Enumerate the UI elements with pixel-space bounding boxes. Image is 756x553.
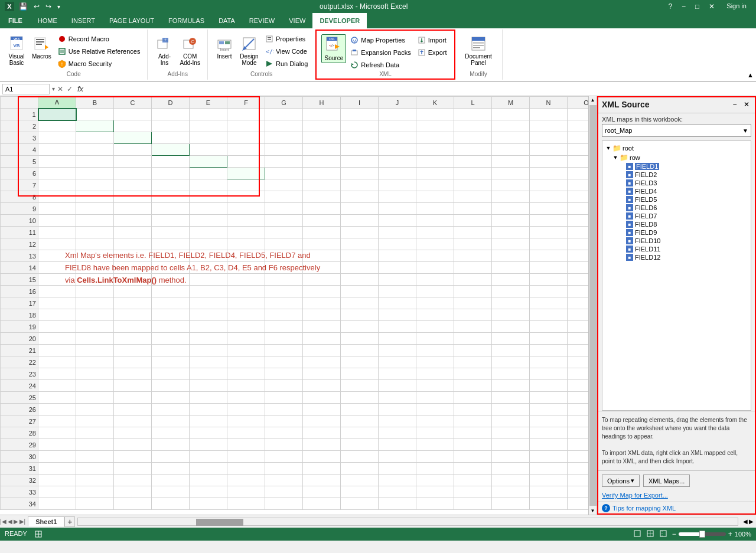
cell-A28[interactable] (38, 427, 76, 439)
cell-K33[interactable] (416, 486, 454, 498)
cell-K18[interactable] (416, 309, 454, 321)
cell-L25[interactable] (454, 392, 492, 404)
cell-N12[interactable] (530, 238, 568, 250)
cell-K5[interactable] (416, 156, 454, 168)
cell-O17[interactable] (568, 297, 589, 309)
view-layout-icon[interactable] (646, 529, 654, 539)
cell-E28[interactable] (190, 427, 227, 439)
cell-A20[interactable] (38, 333, 76, 345)
cell-H29[interactable] (303, 439, 341, 451)
cell-I27[interactable] (341, 415, 379, 427)
cell-K25[interactable] (416, 392, 454, 404)
cell-F2[interactable] (227, 120, 265, 132)
cell-J17[interactable] (379, 297, 416, 309)
cell-J29[interactable] (379, 439, 416, 451)
col-M[interactable]: M (492, 97, 530, 109)
zoom-slider[interactable] (679, 532, 726, 536)
cell-G5[interactable] (265, 156, 303, 168)
cell-N15[interactable] (530, 274, 568, 286)
scroll-down-btn[interactable]: ▼ (589, 507, 597, 515)
cell-G23[interactable] (265, 368, 303, 380)
cell-K31[interactable] (416, 463, 454, 475)
cell-C30[interactable] (114, 451, 152, 463)
spreadsheet-scroll[interactable]: A B C D E F G H I J K L M N O (0, 96, 588, 515)
cell-G20[interactable] (265, 333, 303, 345)
cell-O28[interactable] (568, 427, 589, 439)
cell-K7[interactable] (416, 179, 454, 191)
cell-G4[interactable] (265, 144, 303, 156)
cell-J22[interactable] (379, 356, 416, 368)
cell-G22[interactable] (265, 356, 303, 368)
cell-E27[interactable] (190, 415, 227, 427)
cell-G28[interactable] (265, 427, 303, 439)
cell-L6[interactable] (454, 168, 492, 179)
cell-I22[interactable] (341, 356, 379, 368)
cell-J23[interactable] (379, 368, 416, 380)
cell-L7[interactable] (454, 179, 492, 191)
cell-O33[interactable] (568, 486, 589, 498)
cell-N29[interactable] (530, 439, 568, 451)
cell-C9[interactable] (114, 203, 152, 215)
sign-in-btn[interactable]: Sign in (722, 2, 751, 11)
cell-N9[interactable] (530, 203, 568, 215)
cell-D8[interactable] (152, 191, 190, 203)
cell-C6[interactable] (114, 168, 152, 179)
cell-J31[interactable] (379, 463, 416, 475)
cell-K9[interactable] (416, 203, 454, 215)
cell-N30[interactable] (530, 451, 568, 463)
cell-B11[interactable] (76, 227, 114, 238)
cell-G34[interactable] (265, 498, 303, 510)
cell-K24[interactable] (416, 380, 454, 392)
cell-F5[interactable] (227, 156, 265, 168)
cell-D1[interactable] (152, 109, 190, 120)
cell-J20[interactable] (379, 333, 416, 345)
cell-K12[interactable] (416, 238, 454, 250)
cell-A25[interactable] (38, 392, 76, 404)
cell-E33[interactable] (190, 486, 227, 498)
cell-F3[interactable] (227, 132, 265, 144)
cell-G11[interactable] (265, 227, 303, 238)
cell-M22[interactable] (492, 356, 530, 368)
cell-C7[interactable] (114, 179, 152, 191)
cell-M21[interactable] (492, 345, 530, 356)
cell-A26[interactable] (38, 404, 76, 415)
cell-G8[interactable] (265, 191, 303, 203)
cell-D11[interactable] (152, 227, 190, 238)
cell-D20[interactable] (152, 333, 190, 345)
cell-F29[interactable] (227, 439, 265, 451)
xml-tips[interactable]: ? Tips for mapping XML (597, 501, 756, 515)
cell-M18[interactable] (492, 309, 530, 321)
cell-K15[interactable] (416, 274, 454, 286)
cell-M23[interactable] (492, 368, 530, 380)
cell-A17[interactable] (38, 297, 76, 309)
tree-node-field7[interactable]: ■FIELD7 (605, 212, 748, 220)
cell-G7[interactable] (265, 179, 303, 191)
cell-E4[interactable] (190, 144, 227, 156)
sheet-prev-btn[interactable]: ◀ (8, 518, 12, 525)
cell-E24[interactable] (190, 380, 227, 392)
minimize-btn[interactable]: − (679, 2, 688, 11)
scroll-far-right-btn[interactable]: ▶ (749, 518, 754, 525)
cell-D33[interactable] (152, 486, 190, 498)
cell-H10[interactable] (303, 215, 341, 227)
cell-E29[interactable] (190, 439, 227, 451)
cell-K20[interactable] (416, 333, 454, 345)
cell-I20[interactable] (341, 333, 379, 345)
cell-N22[interactable] (530, 356, 568, 368)
cell-L27[interactable] (454, 415, 492, 427)
cell-L1[interactable] (454, 109, 492, 120)
cell-L10[interactable] (454, 215, 492, 227)
record-macro-btn[interactable]: Record Macro (55, 33, 143, 45)
xml-maps-btn[interactable]: XML Maps... (643, 475, 690, 487)
cell-M19[interactable] (492, 321, 530, 333)
cell-O30[interactable] (568, 451, 589, 463)
cell-H19[interactable] (303, 321, 341, 333)
cell-D24[interactable] (152, 380, 190, 392)
cell-F27[interactable] (227, 415, 265, 427)
cell-J32[interactable] (379, 475, 416, 486)
cell-C19[interactable] (114, 321, 152, 333)
cell-A18[interactable] (38, 309, 76, 321)
cell-F7[interactable] (227, 179, 265, 191)
cell-L14[interactable] (454, 262, 492, 274)
cell-K17[interactable] (416, 297, 454, 309)
